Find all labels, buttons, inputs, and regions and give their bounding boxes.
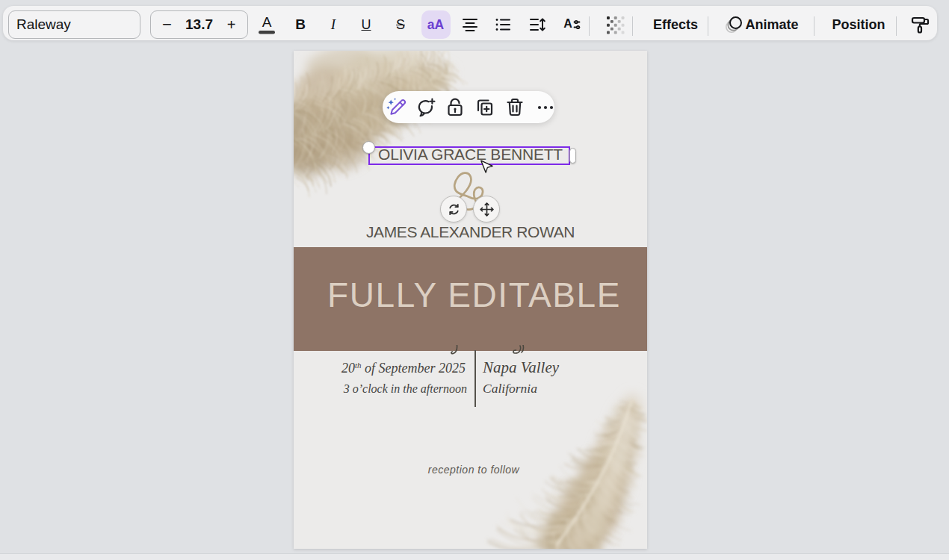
svg-text:A: A <box>563 17 572 30</box>
svg-text:A: A <box>262 14 272 30</box>
